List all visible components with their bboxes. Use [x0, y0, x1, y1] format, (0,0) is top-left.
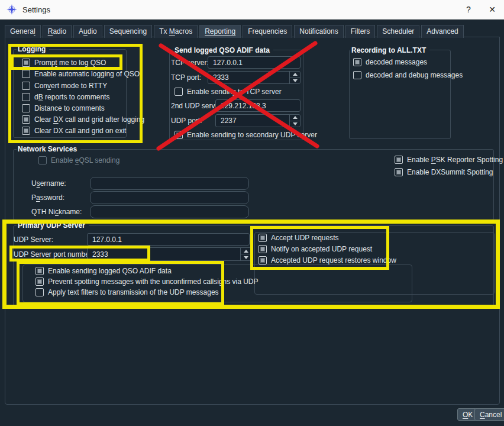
checkbox-label: Enable automatic logging of QSO	[34, 70, 140, 78]
checkbox-record-decoded-debug[interactable]: decoded and debug messages	[353, 70, 463, 79]
checkbox-box	[353, 58, 361, 66]
tcp-server-label: TCP server:	[171, 59, 209, 67]
spin-up-icon[interactable]	[290, 115, 300, 121]
checkbox-label: dB reports to comments	[34, 93, 109, 101]
udp-server-label: UDP Server:	[14, 235, 53, 244]
tcp-port-label: TCP port:	[171, 73, 201, 82]
checkbox-db-reports-comments[interactable]: dB reports to comments	[22, 92, 109, 101]
checkbox-label: Enable sending to secondary UDP server	[187, 131, 317, 139]
tab-tx-macros[interactable]: Tx Macros	[154, 25, 198, 38]
tab-radio[interactable]: Radio	[43, 25, 72, 38]
udp2-server-label: 2nd UDP server	[171, 102, 221, 110]
field-value: 229.212.138.3	[221, 102, 266, 110]
checkbox-label: Accepted UDP request restores window	[271, 256, 396, 264]
checkbox-enable-sending-adif[interactable]: Enable sending logged QSO ADIF data	[35, 266, 172, 275]
username-label: Username:	[31, 179, 66, 188]
spin-buttons	[240, 248, 251, 260]
tab-general[interactable]: General	[5, 25, 41, 38]
tab-scheduler[interactable]: Scheduler	[377, 25, 419, 38]
spin-down-icon[interactable]	[290, 78, 300, 84]
tab-advanced[interactable]: Advanced	[421, 25, 463, 38]
udp-server-input[interactable]: 127.0.0.1	[87, 233, 250, 246]
checkbox-enable-tcp-sending[interactable]: Enable sending to TCP server	[175, 87, 282, 96]
checkbox-box	[35, 277, 44, 286]
qth-nickname-input[interactable]	[90, 205, 249, 218]
checkbox-label: Enable sending logged QSO ADIF data	[48, 267, 172, 275]
adif-group-title: Send logged QSO ADIF data	[173, 46, 273, 54]
field-value: 2333	[92, 250, 108, 259]
checkbox-apply-text-filters[interactable]: Apply text filters to transmission of th…	[35, 288, 219, 296]
udp-port-label: UDP port:	[171, 117, 202, 125]
checkbox-clear-dx-on-exit[interactable]: Clear DX call and grid on exit	[22, 126, 126, 135]
app-icon	[7, 4, 17, 15]
checkbox-box	[175, 88, 183, 96]
checkbox-prevent-spotting-unconfirmed[interactable]: Prevent spotting messages with the uncon…	[35, 277, 259, 286]
password-label: Password:	[31, 193, 64, 202]
checkbox-box	[22, 115, 30, 124]
help-button[interactable]: ?	[457, 0, 480, 19]
udp-port-spinbox[interactable]: 2237	[215, 114, 301, 127]
tcp-port-spinbox[interactable]: 2333	[208, 71, 301, 84]
udp-server-port-spinbox[interactable]: 2333	[87, 247, 251, 261]
checkbox-convert-mode-rtty[interactable]: Convert mode to RTTY	[22, 81, 107, 90]
checkbox-box	[259, 245, 267, 253]
checkbox-enable-automatic-logging[interactable]: Enable automatic logging of QSO	[22, 69, 140, 78]
tab-notifications[interactable]: Notifications	[294, 25, 343, 38]
tab-frequencies[interactable]: Frequencies	[243, 25, 292, 38]
spin-buttons	[289, 115, 300, 127]
settings-tab-bar: General Radio Audio Sequencing Tx Macros…	[5, 25, 464, 38]
checkbox-box	[22, 82, 30, 90]
udp2-server-input[interactable]: 229.212.138.3	[215, 99, 301, 112]
tab-filters[interactable]: Filters	[345, 25, 376, 38]
checkbox-box	[259, 256, 267, 264]
checkbox-label: Enable DXSummit Spotting	[407, 168, 493, 176]
checkbox-box	[353, 71, 361, 79]
checkbox-distance-comments[interactable]: Distance to comments	[22, 104, 105, 112]
checkbox-label: Clear DX call and grid on exit	[34, 127, 126, 135]
spin-up-icon[interactable]	[241, 248, 251, 254]
recording-group-title: Recording to ALL.TXT	[350, 46, 429, 54]
checkbox-box	[175, 131, 183, 139]
checkbox-box	[38, 156, 47, 164]
tcp-server-input[interactable]: 127.0.0.1	[208, 56, 301, 69]
checkbox-label: Prompt me to log QSO	[34, 59, 106, 67]
spin-down-icon[interactable]	[290, 121, 300, 127]
checkbox-box	[22, 59, 30, 67]
checkbox-label: Prevent spotting messages with the uncon…	[48, 277, 259, 286]
checkbox-accept-udp-requests[interactable]: Accept UDP requests	[259, 233, 339, 242]
password-input[interactable]	[90, 191, 249, 204]
checkbox-enable-secondary-udp[interactable]: Enable sending to secondary UDP server	[175, 130, 317, 139]
title-bar: Settings ? ✕	[0, 0, 504, 20]
username-input[interactable]	[90, 177, 249, 190]
checkbox-label: Apply text filters to transmission of th…	[48, 288, 219, 296]
checkbox-label: Enable sending to TCP server	[187, 88, 282, 96]
checkbox-label: Notify on accepted UDP request	[271, 245, 372, 253]
checkbox-notify-accepted-udp[interactable]: Notify on accepted UDP request	[259, 244, 372, 253]
cancel-button[interactable]: Cancel	[474, 408, 504, 421]
checkbox-enable-eqsl[interactable]: Enable eQSL sending	[38, 156, 119, 164]
checkbox-accepted-udp-restores-window[interactable]: Accepted UDP request restores window	[259, 256, 396, 264]
spin-buttons	[289, 72, 300, 83]
checkbox-enable-psk-reporter[interactable]: Enable PSK Reporter Spotting	[395, 155, 503, 164]
spin-down-icon[interactable]	[241, 254, 251, 260]
checkbox-box	[259, 234, 267, 242]
checkbox-label: Convert mode to RTTY	[34, 82, 107, 90]
checkbox-enable-dxsummit[interactable]: Enable DXSummit Spotting	[395, 167, 493, 176]
spin-up-icon[interactable]	[290, 72, 300, 78]
checkbox-label: Clear DX call and grid after logging	[34, 115, 144, 124]
checkbox-box	[22, 93, 30, 101]
tab-audio[interactable]: Audio	[73, 25, 102, 38]
checkbox-box	[35, 267, 44, 275]
checkbox-record-decoded[interactable]: decoded messages	[353, 57, 427, 66]
field-value: 2237	[221, 117, 237, 125]
checkbox-prompt-me-to-log-qso[interactable]: Prompt me to log QSO	[22, 58, 106, 67]
tab-reporting[interactable]: Reporting	[199, 25, 241, 38]
checkbox-label: Enable eQSL sending	[51, 156, 119, 164]
primary-udp-group-title: Primary UDP Server	[17, 221, 89, 230]
tab-sequencing[interactable]: Sequencing	[104, 25, 152, 38]
logging-group-title: Logging	[17, 45, 49, 53]
checkbox-clear-dx-after-logging[interactable]: Clear DX call and grid after logging	[22, 115, 144, 124]
checkbox-label: decoded messages	[366, 58, 427, 66]
close-button[interactable]: ✕	[480, 0, 504, 19]
field-value: 127.0.0.1	[92, 235, 122, 244]
